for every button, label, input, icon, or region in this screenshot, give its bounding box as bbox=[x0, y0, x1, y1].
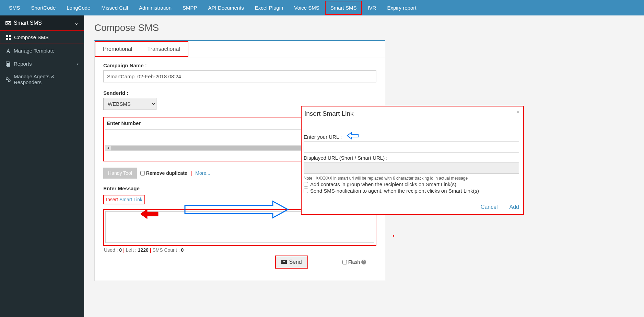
nav-smpp[interactable]: SMPP bbox=[177, 1, 203, 15]
send-notification-label: Send SMS-notification to agent, when the… bbox=[310, 188, 479, 194]
sidebar-item-compose-sms[interactable]: Compose SMS bbox=[0, 30, 84, 44]
message-textarea[interactable] bbox=[105, 211, 374, 243]
more-link[interactable]: More... bbox=[195, 170, 210, 176]
sidebar-item-reports[interactable]: Reports‹ bbox=[0, 57, 84, 70]
modal-title: Insert Smart Link bbox=[304, 110, 519, 117]
svg-rect-0 bbox=[6, 35, 8, 37]
scroll-left-icon[interactable]: ◄ bbox=[105, 146, 111, 150]
envelope-icon bbox=[5, 20, 11, 26]
cancel-button[interactable]: Cancel bbox=[481, 204, 498, 210]
nav-sms[interactable]: SMS bbox=[3, 1, 26, 15]
remove-duplicate-checkbox[interactable] bbox=[140, 171, 145, 176]
nav-voice-sms[interactable]: Voice SMS bbox=[289, 1, 325, 15]
sender-id-label: SenderId : bbox=[103, 90, 376, 96]
annotation-dot bbox=[393, 235, 394, 237]
annotation-arrow-icon bbox=[347, 132, 359, 139]
nav-api-documents[interactable]: API Documents bbox=[203, 1, 249, 15]
nav-smart-sms[interactable]: Smart SMS bbox=[325, 1, 362, 15]
sidebar-section-smart-sms[interactable]: Smart SMS ⌄ bbox=[0, 15, 84, 30]
flash-label: Flash bbox=[348, 259, 360, 265]
svg-rect-1 bbox=[9, 35, 11, 37]
sidebar-section-label: Smart SMS bbox=[14, 20, 42, 26]
tabs: PromotionalTransactional bbox=[95, 41, 385, 57]
gears-icon bbox=[5, 76, 11, 82]
chevron-down-icon: ⌄ bbox=[74, 20, 79, 26]
add-button[interactable]: Add bbox=[510, 204, 519, 210]
nav-excel-plugin[interactable]: Excel Plugin bbox=[249, 1, 289, 15]
nav-administration[interactable]: Administration bbox=[133, 1, 177, 15]
add-contacts-label: Add contacts in group when the recipient… bbox=[310, 181, 456, 187]
remove-duplicate-label: Remove duplicate bbox=[146, 170, 187, 176]
nav-shortcode[interactable]: ShortCode bbox=[26, 1, 61, 15]
campaign-name-input[interactable] bbox=[103, 70, 376, 82]
insert-smart-link-button[interactable]: Insert Smart Link bbox=[103, 195, 145, 204]
modal-note: Note : XXXXXX in smart url will be repla… bbox=[304, 176, 519, 181]
svg-rect-5 bbox=[7, 63, 10, 67]
nav-expiry-report[interactable]: Expiry report bbox=[382, 1, 422, 15]
tab-transactional[interactable]: Transactional bbox=[140, 42, 187, 56]
envelope-icon bbox=[281, 259, 287, 265]
chevron-left-icon: ‹ bbox=[77, 61, 79, 67]
displayed-url-label: Displayed URL (Short / Smart URL) : bbox=[304, 155, 388, 161]
displayed-url-input[interactable] bbox=[304, 162, 519, 174]
font-icon bbox=[5, 47, 11, 54]
grid-icon bbox=[6, 34, 11, 40]
top-nav: SMSShortCodeLongCodeMissed CallAdministr… bbox=[0, 0, 644, 15]
enter-url-label: Enter your URL : bbox=[304, 134, 342, 140]
svg-rect-2 bbox=[6, 38, 8, 40]
svg-rect-3 bbox=[9, 38, 11, 40]
help-icon[interactable]: ? bbox=[361, 260, 366, 264]
svg-point-7 bbox=[8, 80, 10, 82]
sidebar: Smart SMS ⌄ Compose SMSManage TemplateRe… bbox=[0, 15, 84, 317]
nav-ivr[interactable]: IVR bbox=[362, 1, 382, 15]
enter-url-input[interactable] bbox=[304, 141, 519, 153]
campaign-name-label: Campaign Name : bbox=[103, 63, 376, 68]
tab-promotional[interactable]: Promotional bbox=[95, 42, 140, 56]
svg-point-6 bbox=[6, 78, 8, 80]
message-stats: Used : 0 | Left : 1220 | SMS Count : 0 bbox=[103, 246, 376, 254]
sidebar-item-manage-agents-responders[interactable]: Manage Agents & Responders bbox=[0, 70, 84, 89]
sidebar-item-manage-template[interactable]: Manage Template bbox=[0, 44, 84, 57]
handy-tool-button[interactable]: Handy Tool bbox=[103, 168, 137, 179]
content-area: Compose SMS PromotionalTransactional Cam… bbox=[84, 15, 644, 317]
flash-checkbox[interactable] bbox=[342, 260, 347, 264]
sender-id-select[interactable]: WEBSMS bbox=[103, 98, 156, 110]
nav-longcode[interactable]: LongCode bbox=[61, 1, 96, 15]
send-button[interactable]: Send bbox=[275, 256, 308, 269]
send-notification-checkbox[interactable] bbox=[304, 189, 308, 193]
insert-smart-link-modal: × Insert Smart Link Enter your URL : Dis… bbox=[301, 106, 524, 215]
close-icon[interactable]: × bbox=[516, 109, 520, 116]
nav-missed-call[interactable]: Missed Call bbox=[96, 1, 133, 15]
add-contacts-checkbox[interactable] bbox=[304, 182, 308, 186]
page-title: Compose SMS bbox=[94, 22, 634, 33]
copy-icon bbox=[5, 60, 11, 67]
